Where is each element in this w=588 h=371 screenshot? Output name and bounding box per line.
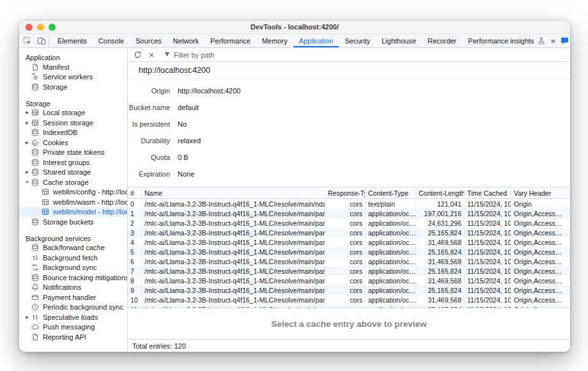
sidebar-item-indexeddb[interactable]: ▶ IndexedDB [19,128,127,138]
tab-elements[interactable]: Elements [52,34,93,47]
sidebar-item-webllm-config[interactable]: ▶ webllm/config - http://loc… [19,187,127,198]
sidebar-item-notifications[interactable]: ▶ Notifications [19,283,127,293]
tab-label: Performance [210,37,251,45]
column-header-response-type[interactable]: Response-Type [325,187,366,198]
total-entries-text: Total entries: 120 [132,342,186,350]
tab-recorder[interactable]: Recorder [422,34,462,47]
expander-icon[interactable]: ▶ [23,110,31,115]
cell-index: 2 [128,218,142,228]
sidebar-item-payment-handler[interactable]: ▶ Payment handler [19,292,127,303]
more-tabs-icon[interactable]: » [551,36,555,45]
sidebar-item-back-forward-cache[interactable]: ▶ Back/forward cache [19,243,127,253]
cell-content-type: application/oc… [366,228,416,237]
table-row[interactable]: 6/mlc-ai/Llama-3.2-3B-Instruct-q4f16_1-M… [128,257,570,266]
cell-name: /mlc-ai/Llama-3.2-3B-Instruct-q4f16_1-ML… [142,285,325,295]
sidebar-item-bounce-tracking-mitigations[interactable]: ▶ Bounce tracking mitigations [19,272,127,283]
column-header-vary-header[interactable]: Vary Header [511,187,570,198]
detail-label: Durability [128,137,170,145]
sidebar-item-background-fetch[interactable]: ▶ Background fetch [19,253,127,263]
expander-icon[interactable]: ▶ [23,170,31,175]
cell-index: 1 [128,209,142,218]
tab-security[interactable]: Security [339,34,376,47]
sidebar-item-background-sync[interactable]: ▶ Background sync [19,263,127,273]
sidebar-item-manifest[interactable]: ▶ Manifest [19,62,127,72]
message-bubble-icon [561,36,569,45]
device-toolbar-icon[interactable] [37,36,46,45]
table-icon [31,119,39,127]
detail-label: Bucket name [128,104,170,111]
sidebar-item-label: webllm/wasm - http://loca… [53,198,128,206]
tab-sources[interactable]: Sources [130,34,167,47]
sidebar-item-storage[interactable]: ▶ Storage [19,82,127,92]
sidebar-item-speculative-loads[interactable]: ▶ Speculative loads [19,312,127,322]
column-header-name[interactable]: Name [142,187,325,198]
column-header-content-length[interactable]: Content-Length [416,187,465,198]
column-header-time-cached[interactable]: Time Cached [465,187,511,198]
table-row[interactable]: 1/mlc-ai/Llama-3.2-3B-Instruct-q4f16_1-M… [128,209,570,218]
detail-row-is-persistent: Is persistent No [128,116,570,132]
table-row[interactable]: 5/mlc-ai/Llama-3.2-3B-Instruct-q4f16_1-M… [128,247,570,257]
inspect-element-icon[interactable] [23,36,32,45]
tab-lighthouse[interactable]: Lighthouse [376,34,422,47]
detail-value: http://localhost:4200 [178,87,240,95]
sidebar-item-private-state-tokens[interactable]: ▶ Private state tokens [19,148,127,158]
expander-icon[interactable]: ▶ [23,120,31,125]
sidebar-item-periodic-background-sync[interactable]: ▶ Periodic background sync [19,303,127,313]
tab-performance[interactable]: Performance [205,34,256,47]
delete-selected-button[interactable]: × [146,49,157,61]
sidebar-item-webllm-model[interactable]: ▶ webllm/model - http://loc… [19,207,127,217]
cell-content-type: application/oc… [366,285,416,295]
expander-icon[interactable]: ▼ [23,180,31,184]
column-header-index[interactable]: # [128,187,142,198]
sidebar-item-interest-groups[interactable]: ▶ Interest groups [19,157,127,168]
tab-memory[interactable]: Memory [256,34,293,47]
cell-time-cached: 11/15/2024, 10… [465,228,511,237]
sidebar-item-cookies[interactable]: ▶ Cookies [19,138,127,148]
table-row[interactable]: 7/mlc-ai/Llama-3.2-3B-Instruct-q4f16_1-M… [128,266,570,276]
refresh-button[interactable] [132,49,143,61]
clock-icon [31,303,39,311]
table-body[interactable]: 0/mlc-ai/Llama-3.2-3B-Instruct-q4f16_1-M… [128,199,570,308]
cell-content-type: application/oc… [366,218,416,228]
table-row[interactable]: 9/mlc-ai/Llama-3.2-3B-Instruct-q4f16_1-M… [128,285,570,295]
sidebar-item-session-storage[interactable]: ▶ Session storage [19,118,127,128]
sidebar-item-service-workers[interactable]: ▶ Service workers [19,72,127,83]
flask-icon [538,37,545,45]
column-header-content-type[interactable]: Content-Type [366,187,416,198]
table-row[interactable]: 0/mlc-ai/Llama-3.2-3B-Instruct-q4f16_1-M… [128,199,570,209]
sidebar-item-label: Background fetch [43,254,98,262]
filter-by-path-input[interactable] [174,51,570,59]
table-row[interactable]: 8/mlc-ai/Llama-3.2-3B-Instruct-q4f16_1-M… [128,276,570,285]
sidebar-item-webllm-wasm[interactable]: ▶ webllm/wasm - http://loca… [19,197,127,207]
cell-index: 3 [128,228,142,237]
expander-icon[interactable]: ▶ [23,140,31,145]
sidebar-item-storage-buckets[interactable]: ▶ Storage buckets [19,217,127,227]
sidebar-item-shared-storage[interactable]: ▶ Shared storage [19,168,127,178]
table-row[interactable]: 4/mlc-ai/Llama-3.2-3B-Instruct-q4f16_1-M… [128,237,570,247]
console-messages-button[interactable]: 3 [561,36,570,45]
tab-console[interactable]: Console [93,34,130,47]
sidebar-item-cache-storage[interactable]: ▼ Cache storage [19,177,127,187]
titlebar[interactable]: DevTools - localhost:4200/ [19,20,570,34]
cell-time-cached: 11/15/2024, 10… [465,199,511,209]
tab-application[interactable]: Application [293,34,339,47]
preview-placeholder-text: Select a cache entry above to preview [271,319,426,329]
table-row[interactable]: 2/mlc-ai/Llama-3.2-3B-Instruct-q4f16_1-M… [128,218,570,228]
tab-network[interactable]: Network [167,34,205,47]
table-row[interactable]: 10/mlc-ai/Llama-3.2-3B-Instruct-q4f16_1-… [128,295,570,304]
sidebar-item-local-storage[interactable]: ▶ Local storage [19,108,127,118]
table-icon [42,208,49,216]
sidebar-item-push-messaging[interactable]: ▶ Push messaging [19,322,127,333]
tab-label: Console [98,37,124,45]
database-icon [31,218,39,226]
database-icon [31,244,39,251]
tab-label: Performance insights [468,37,534,45]
expander-icon[interactable]: ▶ [23,315,31,320]
cell-content-type: application/oc… [366,276,416,285]
sidebar-item-reporting-api[interactable]: ▶ Reporting API [19,332,127,342]
tab-performance-insights[interactable]: Performance insights [462,34,550,47]
cell-index: 0 [128,199,142,209]
cache-details: Origin http://localhost:4200 Bucket name… [128,79,570,187]
table-row[interactable]: 3/mlc-ai/Llama-3.2-3B-Instruct-q4f16_1-M… [128,228,570,237]
cell-time-cached: 11/15/2024, 10… [465,247,511,257]
